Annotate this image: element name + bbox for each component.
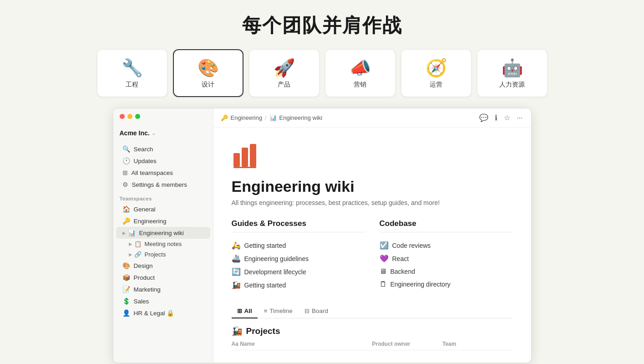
codebase-heading: Codebase — [380, 219, 513, 232]
projects-heading: 🚂 Projects — [232, 326, 513, 336]
hr-label: 人力资源 — [499, 81, 525, 89]
design-team-icon: 🎨 — [122, 262, 130, 269]
engineering-guidelines-icon: 🚢 — [232, 254, 241, 263]
breadcrumb-current-label: Engineering wiki — [279, 114, 323, 121]
workspace-chevron-icon: ⌄ — [152, 130, 156, 136]
page-subtitle: All things engineering: processes, best … — [232, 199, 513, 206]
minimize-dot[interactable] — [127, 114, 132, 119]
wiki-sections: Guides & Processes 🛵 Getting started 🚢 E… — [232, 219, 513, 292]
more-icon[interactable]: ··· — [516, 113, 523, 123]
col-name-header: Aa Name — [232, 341, 372, 347]
projects-label: Projects — [145, 251, 166, 258]
workspace-selector[interactable]: Acme Inc. ⌄ — [113, 127, 213, 139]
wiki-link-backend[interactable]: 🖥 Backend — [380, 265, 513, 278]
workspace-name: Acme Inc. — [120, 129, 150, 137]
general-label: General — [134, 206, 156, 213]
hr-legal-label: HR & Legal 🔒 — [134, 309, 175, 317]
wiki-link-engineering-directory[interactable]: 🗒 Engineering directory — [380, 278, 513, 291]
operations-label: 运营 — [430, 81, 442, 89]
getting-started-label-1: Getting started — [244, 242, 286, 249]
wiki-link-code-reviews[interactable]: ☑️ Code reviews — [380, 239, 513, 252]
sidebar-item-engineering[interactable]: 🔑 Engineering — [116, 215, 210, 227]
team-cards-row: 🔧 工程 🎨 设计 🚀 产品 📣 营销 🧭 运营 🤖 人力资源 — [0, 49, 644, 108]
sidebar-updates-label: Updates — [134, 158, 157, 164]
tab-all[interactable]: ⊞ All — [232, 304, 258, 318]
sidebar: Acme Inc. ⌄ 🔍 Search 🕐 Updates ⊞ All tea… — [113, 108, 213, 363]
engineering-guidelines-label: Engineering guidelines — [244, 255, 309, 262]
codebase-section: Codebase ☑️ Code reviews 💜 React 🖥 Backe… — [380, 219, 513, 292]
svg-rect-0 — [233, 153, 240, 167]
team-card-design[interactable]: 🎨 设计 — [173, 49, 243, 97]
breadcrumb: 🔑 Engineering / 📊 Engineering wiki — [221, 114, 323, 121]
table-header: Aa Name Product owner Team — [232, 341, 513, 350]
sidebar-item-sales[interactable]: 💲 Sales — [116, 295, 210, 307]
sidebar-item-general[interactable]: 🏠 General — [116, 203, 210, 215]
wiki-link-engineering-guidelines[interactable]: 🚢 Engineering guidelines — [232, 252, 365, 265]
fullscreen-dot[interactable] — [135, 114, 140, 119]
react-icon: 💜 — [380, 254, 389, 263]
team-card-product[interactable]: 🚀 产品 — [249, 49, 319, 97]
sidebar-teamspaces-label: All teamspaces — [132, 169, 173, 176]
col-owner-header: Product owner — [372, 341, 443, 347]
hr-icon: 🤖 — [502, 58, 523, 78]
sidebar-item-engineering-wiki[interactable]: ▶ 📊 Engineering wiki — [116, 227, 210, 239]
comment-icon[interactable]: 💬 — [478, 113, 489, 123]
design-label: 设计 — [202, 81, 214, 89]
product-team-icon: 📦 — [122, 274, 130, 281]
getting-started-icon-2: 🚂 — [232, 281, 241, 289]
window-controls — [120, 114, 140, 119]
sidebar-item-design[interactable]: 🎨 Design — [116, 260, 210, 272]
team-card-hr[interactable]: 🤖 人力资源 — [477, 49, 548, 97]
updates-icon: 🕐 — [122, 157, 130, 164]
sidebar-item-settings[interactable]: ⚙ Settings & members — [116, 179, 210, 190]
team-card-marketing[interactable]: 📣 营销 — [325, 49, 396, 97]
page-title: Engineering wiki — [232, 178, 513, 195]
page-body: Engineering wiki All things engineering:… — [213, 128, 531, 363]
meeting-notes-icon: 📋 — [134, 241, 142, 247]
sidebar-item-product[interactable]: 📦 Product — [116, 272, 210, 283]
projects-icon: 🔗 — [134, 251, 142, 258]
team-card-operations[interactable]: 🧭 运营 — [401, 49, 472, 97]
projects-heading-label: Projects — [246, 326, 280, 336]
wiki-link-react[interactable]: 💜 React — [380, 252, 513, 265]
design-team-label: Design — [134, 262, 153, 269]
code-reviews-icon: ☑️ — [380, 241, 389, 250]
breadcrumb-current-icon: 📊 — [269, 114, 277, 121]
code-reviews-label: Code reviews — [392, 242, 431, 249]
sidebar-item-marketing[interactable]: 📝 Marketing — [116, 283, 210, 295]
info-icon[interactable]: ℹ — [494, 113, 498, 123]
svg-rect-1 — [242, 148, 248, 167]
general-team-icon: 🏠 — [122, 205, 130, 213]
teamspaces-icon: ⊞ — [122, 169, 128, 176]
meeting-notes-chevron: ▶ — [129, 241, 132, 246]
sidebar-item-meeting-notes[interactable]: ▶ 📋 Meeting notes — [116, 239, 210, 249]
engineering-team-label: Engineering — [134, 218, 167, 225]
engineering-directory-label: Engineering directory — [390, 281, 451, 288]
wiki-link-development-lifecycle[interactable]: 🔄 Development lifecycle — [232, 265, 365, 278]
timeline-tab-label: Timeline — [269, 308, 293, 314]
top-section: 每个团队并肩作战 — [0, 0, 644, 49]
team-card-engineering[interactable]: 🔧 工程 — [97, 49, 167, 97]
sidebar-item-search[interactable]: 🔍 Search — [116, 143, 210, 155]
svg-rect-2 — [250, 144, 256, 167]
sidebar-item-all-teamspaces[interactable]: ⊞ All teamspaces — [116, 167, 210, 179]
sidebar-item-projects[interactable]: ▶ 🔗 Projects — [116, 249, 210, 260]
wiki-link-getting-started-1[interactable]: 🛵 Getting started — [232, 239, 365, 252]
wiki-chevron-icon: ▶ — [122, 231, 126, 236]
getting-started-label-2: Getting started — [244, 282, 286, 289]
close-dot[interactable] — [120, 114, 125, 119]
development-lifecycle-label: Development lifecycle — [244, 268, 306, 276]
engineering-icon: 🔧 — [122, 58, 143, 78]
breadcrumb-parent-label[interactable]: Engineering — [231, 114, 262, 121]
sidebar-item-updates[interactable]: 🕐 Updates — [116, 155, 210, 167]
app-window: Acme Inc. ⌄ 🔍 Search 🕐 Updates ⊞ All tea… — [113, 108, 532, 363]
main-content: 🔑 Engineering / 📊 Engineering wiki 💬 ℹ ☆… — [213, 108, 531, 363]
settings-icon: ⚙ — [122, 181, 128, 188]
tab-timeline[interactable]: ≡ Timeline — [259, 304, 298, 318]
star-icon[interactable]: ☆ — [503, 113, 511, 123]
guides-heading: Guides & Processes — [232, 219, 365, 232]
product-icon: 🚀 — [274, 58, 295, 78]
sidebar-item-hr-legal[interactable]: 👤 HR & Legal 🔒 — [116, 307, 210, 319]
wiki-link-getting-started-2[interactable]: 🚂 Getting started — [232, 278, 365, 292]
tab-board[interactable]: ⊟ Board — [299, 304, 334, 318]
